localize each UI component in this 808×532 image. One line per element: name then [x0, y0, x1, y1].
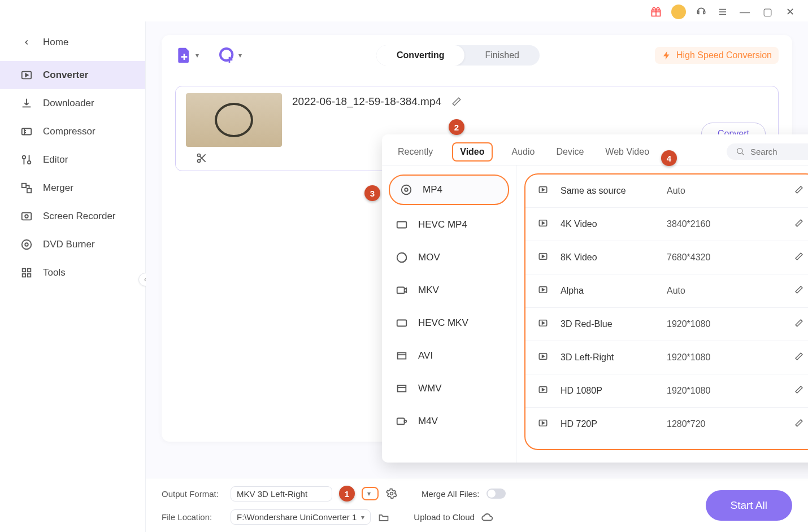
close-icon[interactable]: ✕ [783, 6, 797, 18]
sidebar-item-tools[interactable]: Tools [0, 259, 145, 287]
edit-icon[interactable] [794, 185, 806, 197]
format-item-mov[interactable]: MOV [382, 241, 516, 274]
resolution-row[interactable]: 4K Video3840*2160 [525, 208, 808, 241]
edit-icon[interactable] [794, 418, 806, 430]
gift-icon[interactable] [650, 6, 662, 18]
sidebar: Home Converter Downloader Compressor Edi… [0, 21, 146, 532]
resolution-row[interactable]: HD 720P1280*720 [525, 408, 808, 441]
hamburger-icon[interactable] [716, 6, 729, 18]
trim-icon[interactable] [196, 152, 208, 165]
merge-label: Merge All Files: [422, 489, 480, 499]
sidebar-item-downloader[interactable]: Downloader [0, 89, 145, 117]
add-file-icon [175, 46, 193, 64]
resolution-row[interactable]: Same as sourceAuto [525, 175, 808, 208]
tab-converting[interactable]: Converting [376, 45, 464, 66]
format-item-mkv[interactable]: MKV [382, 274, 516, 307]
edit-icon[interactable] [794, 252, 806, 263]
avatar-icon[interactable] [671, 5, 686, 19]
bolt-icon [662, 50, 672, 60]
edit-icon[interactable] [794, 352, 806, 363]
edit-icon[interactable] [794, 319, 806, 330]
format-item-mp4[interactable]: MP4 [389, 175, 509, 205]
downloader-icon [20, 97, 33, 110]
cloud-icon[interactable] [481, 511, 494, 524]
settings-icon[interactable] [385, 487, 398, 500]
resolution-name: 3D Red-Blue [561, 319, 657, 329]
sidebar-item-label: Compressor [43, 126, 95, 137]
svg-point-3 [23, 156, 26, 159]
high-speed-toggle[interactable]: High Speed Conversion [655, 47, 779, 64]
play-icon [538, 351, 550, 364]
content: ▾ ▾ Converting Finished High Speed Conve… [146, 21, 808, 532]
format-item-hevcmkv[interactable]: HEVC MKV [382, 307, 516, 339]
svg-point-16 [198, 154, 201, 157]
add-url-button[interactable]: ▾ [218, 46, 242, 64]
format-label: MKV [418, 285, 439, 296]
format-item-wmv[interactable]: WMV [382, 372, 516, 405]
svg-rect-2 [22, 129, 32, 135]
merger-icon [20, 182, 33, 194]
resolution-row[interactable]: AlphaAuto [525, 274, 808, 308]
sidebar-item-label: Converter [43, 69, 88, 81]
play-icon [538, 185, 550, 197]
open-folder-icon[interactable] [377, 511, 390, 524]
play-icon [538, 251, 550, 264]
merge-toggle[interactable] [486, 489, 506, 499]
sidebar-home[interactable]: Home [0, 30, 145, 61]
popup-tab-recently[interactable]: Recently [396, 143, 435, 164]
tab-finished[interactable]: Finished [464, 45, 539, 66]
popup-tab-webvideo[interactable]: Web Video [603, 143, 651, 164]
format-item-hevcmp4[interactable]: HEVC MP4 [382, 208, 516, 241]
svg-rect-14 [28, 274, 31, 277]
popup-tab-video[interactable]: Video [452, 142, 492, 162]
edit-icon[interactable] [794, 385, 806, 396]
format-item-m4v[interactable]: M4V [382, 405, 516, 438]
file-location-select[interactable]: F:\Wondershare UniConverter 1▾ [231, 509, 371, 525]
output-format-value[interactable]: MKV 3D Left-Right [231, 486, 332, 502]
step-badge-1: 1 [339, 486, 355, 502]
popup-tab-device[interactable]: Device [554, 143, 586, 164]
edit-icon[interactable] [794, 219, 806, 230]
play-icon [538, 218, 550, 230]
popup-search[interactable] [727, 143, 808, 160]
sidebar-item-editor[interactable]: Editor [0, 146, 145, 174]
hevc-icon [394, 217, 409, 232]
resolution-row[interactable]: 3D Left-Right1920*1080 [525, 341, 808, 374]
headset-icon[interactable] [695, 6, 707, 18]
mov-icon [394, 250, 409, 265]
resolution-row[interactable]: 8K Video7680*4320 [525, 241, 808, 274]
sidebar-item-converter[interactable]: Converter [0, 61, 145, 89]
sidebar-home-label: Home [43, 37, 68, 48]
file-thumbnail[interactable] [186, 93, 282, 147]
chevron-down-icon: ▾ [367, 490, 371, 498]
edit-icon[interactable] [794, 285, 806, 296]
play-icon [538, 318, 550, 330]
resolution-name: HD 1080P [561, 386, 657, 396]
maximize-icon[interactable]: ▢ [761, 6, 774, 18]
resolution-row[interactable]: 3D Red-Blue1920*1080 [525, 308, 808, 341]
popup-search-input[interactable] [750, 147, 807, 156]
edit-name-button[interactable] [450, 95, 463, 108]
add-file-button[interactable]: ▾ [175, 46, 199, 64]
popup-tab-audio[interactable]: Audio [510, 143, 537, 164]
format-label: HEVC MKV [418, 317, 468, 329]
upload-cloud-label: Upload to Cloud [414, 512, 475, 522]
resolution-row[interactable]: HD 1080P1920*1080 [525, 374, 808, 408]
format-item-avi[interactable]: AVI [382, 339, 516, 372]
format-label: MOV [418, 252, 440, 263]
resolution-value: Auto [667, 286, 784, 296]
step-badge-2: 2 [449, 119, 464, 135]
sidebar-item-merger[interactable]: Merger [0, 174, 145, 202]
sidebar-item-label: Merger [43, 182, 73, 194]
minimize-icon[interactable]: — [738, 6, 751, 18]
sidebar-item-recorder[interactable]: Screen Recorder [0, 202, 145, 230]
tools-icon [20, 267, 33, 279]
sidebar-item-label: Tools [43, 267, 66, 278]
resolution-list: Same as sourceAuto4K Video3840*21608K Vi… [516, 165, 808, 463]
sidebar-item-dvd[interactable]: DVD Burner [0, 230, 145, 259]
resolution-name: 3D Left-Right [561, 352, 657, 363]
svg-rect-13 [23, 274, 26, 277]
output-format-dropdown[interactable]: ▾ [362, 487, 379, 500]
start-all-button[interactable]: Start All [706, 490, 792, 521]
sidebar-item-compressor[interactable]: Compressor [0, 117, 145, 146]
